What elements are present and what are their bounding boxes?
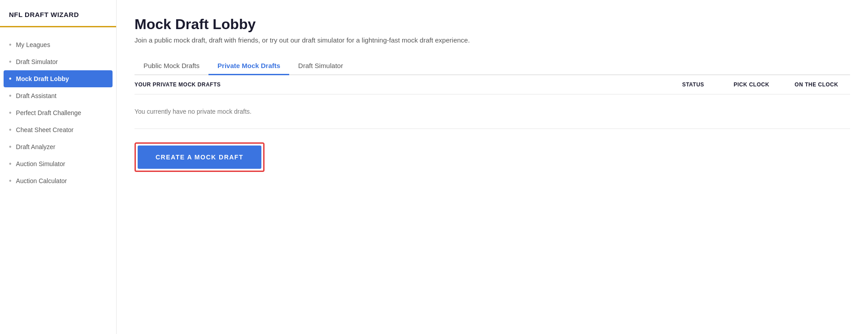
main-content: Mock Draft Lobby Join a public mock draf… [117, 0, 868, 334]
table-col-status: STATUS [666, 81, 720, 88]
sidebar-logo: NFL DRAFT WIZARD [0, 11, 116, 27]
sidebar-item-auction-simulator[interactable]: Auction Simulator [0, 155, 116, 172]
sidebar-item-label: Auction Calculator [16, 177, 67, 184]
sidebar: NFL DRAFT WIZARD My Leagues Draft Simula… [0, 0, 117, 334]
sidebar-item-label: Cheat Sheet Creator [16, 126, 74, 133]
tab-label: Draft Simulator [298, 62, 343, 69]
table-col-drafts: YOUR PRIVATE MOCK DRAFTS [135, 81, 666, 88]
page-subtitle: Join a public mock draft, draft with fri… [135, 36, 850, 44]
sidebar-nav: My Leagues Draft Simulator Mock Draft Lo… [0, 36, 116, 189]
sidebar-item-perfect-draft-challenge[interactable]: Perfect Draft Challenge [0, 104, 116, 121]
tab-label: Public Mock Drafts [143, 62, 200, 69]
sidebar-item-label: Draft Assistant [16, 92, 56, 99]
sidebar-item-label: Draft Simulator [16, 58, 58, 65]
sidebar-item-mock-draft-lobby[interactable]: Mock Draft Lobby [4, 70, 113, 87]
sidebar-item-label: My Leagues [16, 41, 50, 48]
sidebar-logo-text: NFL DRAFT WIZARD [9, 11, 79, 18]
sidebar-item-my-leagues[interactable]: My Leagues [0, 36, 116, 53]
page-title: Mock Draft Lobby [135, 16, 850, 33]
tab-public-mock-drafts[interactable]: Public Mock Drafts [135, 57, 208, 75]
sidebar-item-auction-calculator[interactable]: Auction Calculator [0, 172, 116, 189]
sidebar-item-label: Auction Simulator [16, 160, 65, 167]
table-col-on-clock: ON THE CLOCK [783, 81, 850, 88]
tab-label: Private Mock Drafts [217, 62, 280, 69]
create-button-wrapper: CREATE A MOCK DRAFT [135, 142, 265, 172]
sidebar-item-draft-simulator[interactable]: Draft Simulator [0, 53, 116, 70]
sidebar-item-label: Mock Draft Lobby [16, 75, 69, 82]
sidebar-item-draft-assistant[interactable]: Draft Assistant [0, 87, 116, 104]
table-col-pick-clock: PICK CLOCK [720, 81, 783, 88]
create-mock-draft-button[interactable]: CREATE A MOCK DRAFT [138, 146, 261, 169]
empty-state-message: You currently have no private mock draft… [135, 108, 252, 115]
tabs: Public Mock Drafts Private Mock Drafts D… [135, 57, 850, 75]
table-header: YOUR PRIVATE MOCK DRAFTS STATUS PICK CLO… [135, 75, 850, 94]
tab-draft-simulator[interactable]: Draft Simulator [289, 57, 352, 75]
sidebar-item-draft-analyzer[interactable]: Draft Analyzer [0, 138, 116, 155]
sidebar-item-label: Perfect Draft Challenge [16, 109, 82, 116]
sidebar-item-cheat-sheet-creator[interactable]: Cheat Sheet Creator [0, 121, 116, 138]
sidebar-item-label: Draft Analyzer [16, 143, 56, 150]
empty-state: You currently have no private mock draft… [135, 94, 850, 129]
tab-private-mock-drafts[interactable]: Private Mock Drafts [208, 57, 289, 75]
